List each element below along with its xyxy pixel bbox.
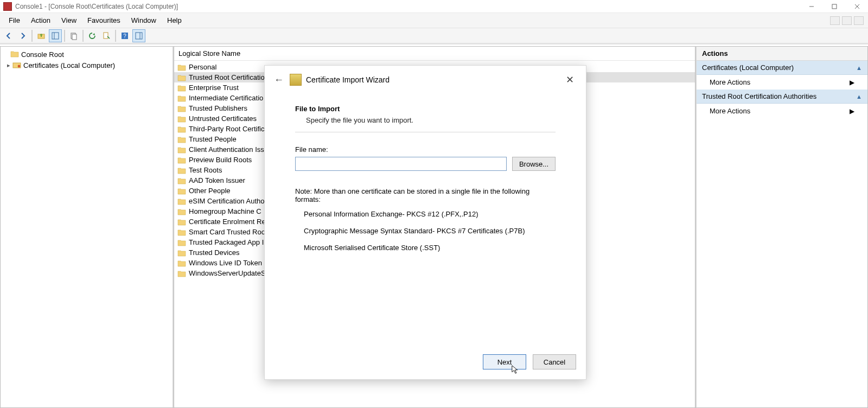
- folder-icon: [10, 50, 19, 59]
- submenu-arrow-icon: ▶: [850, 107, 854, 115]
- menu-action[interactable]: Action: [25, 14, 56, 27]
- wizard-back-button[interactable]: ←: [272, 74, 285, 86]
- list-item-label: WindowsServerUpdateS: [189, 269, 266, 277]
- tree-child-label: Certificates (Local Computer): [23, 61, 115, 69]
- more-actions-label: More Actions: [710, 107, 750, 115]
- help-button[interactable]: ?: [118, 29, 131, 42]
- actions-pane: Actions Certificates (Local Computer) ▲ …: [695, 46, 868, 408]
- maximize-button[interactable]: [827, 1, 842, 12]
- close-button[interactable]: [850, 1, 865, 12]
- more-actions-label: More Actions: [710, 78, 750, 86]
- separator: [82, 30, 84, 42]
- folder-icon: [177, 74, 186, 81]
- more-actions[interactable]: More Actions ▶: [697, 75, 867, 90]
- menu-file[interactable]: File: [3, 14, 25, 27]
- collapse-icon: ▲: [856, 93, 862, 100]
- console-tree-pane: Console Root ▸ Certificates (Local Compu…: [0, 46, 174, 408]
- window-titlebar: Console1 - [Console Root\Certificates (L…: [0, 0, 868, 13]
- actions-section-label: Certificates (Local Computer): [702, 63, 794, 72]
- folder-icon: [177, 115, 186, 123]
- list-item-label: Homegroup Machine C: [189, 207, 261, 215]
- svg-rect-9: [104, 33, 108, 39]
- folder-icon: [177, 136, 186, 143]
- list-item-label: Client Authentication Iss: [189, 145, 264, 154]
- submenu-arrow-icon: ▶: [850, 79, 854, 86]
- separator: [64, 30, 65, 42]
- list-item-label: Windows Live ID Token I: [189, 259, 266, 267]
- actions-section-certificates[interactable]: Certificates (Local Computer) ▲: [697, 61, 867, 75]
- collapse-icon: ▲: [856, 65, 862, 71]
- menu-favourites[interactable]: Favourites: [82, 14, 126, 27]
- list-item-label: Preview Build Roots: [189, 156, 252, 164]
- nav-back-button[interactable]: [2, 29, 15, 42]
- minimize-button[interactable]: [804, 1, 819, 12]
- list-item-label: Trusted People: [189, 135, 237, 143]
- folder-icon: [177, 218, 186, 226]
- dialog-close-button[interactable]: ✕: [561, 72, 578, 88]
- tree-root-node[interactable]: Console Root: [1, 49, 173, 60]
- separator: [115, 30, 116, 42]
- column-header[interactable]: Logical Store Name: [174, 47, 695, 61]
- actions-pane-title: Actions: [697, 47, 867, 61]
- folder-icon: [177, 146, 186, 154]
- list-item-label: Trusted Devices: [189, 248, 239, 257]
- format-sst: Microsoft Serialised Certificate Store (…: [304, 244, 556, 252]
- list-item-label: Enterprise Trust: [189, 84, 239, 92]
- wizard-subheading: Specify the file you want to import.: [306, 116, 556, 124]
- folder-icon: [177, 239, 186, 246]
- list-item-label: Trusted Root Certificatio: [189, 73, 265, 81]
- folder-icon: [177, 187, 186, 195]
- folder-icon: [177, 94, 186, 102]
- list-item-label: Untrusted Certificates: [189, 114, 257, 123]
- note-text: Note: More than one certificate can be s…: [295, 187, 556, 203]
- show-hide-actions-button[interactable]: [132, 29, 145, 42]
- menu-view[interactable]: View: [56, 14, 82, 27]
- folder-icon: [177, 259, 186, 267]
- nav-forward-button[interactable]: [16, 29, 29, 42]
- folder-icon: [177, 84, 186, 92]
- folder-icon: [177, 63, 186, 71]
- menu-window[interactable]: Window: [126, 14, 162, 27]
- mdi-minimize-button[interactable]: [830, 16, 840, 25]
- folder-icon: [177, 249, 186, 257]
- file-name-input[interactable]: [295, 157, 507, 171]
- more-actions[interactable]: More Actions ▶: [697, 104, 867, 118]
- svg-rect-5: [52, 33, 59, 39]
- list-item-label: Trusted Packaged App In: [189, 238, 268, 246]
- svg-text:?: ?: [123, 33, 126, 39]
- refresh-button[interactable]: [86, 29, 99, 42]
- folder-icon: [177, 105, 186, 112]
- list-item-label: Intermediate Certificatio: [189, 94, 263, 102]
- file-name-label: File name:: [295, 145, 556, 154]
- list-item-label: Test Roots: [189, 166, 222, 174]
- list-item-label: Certificate Enrolment Re: [189, 218, 266, 226]
- cancel-button[interactable]: Cancel: [533, 354, 576, 369]
- show-hide-tree-button[interactable]: [49, 29, 62, 42]
- mdi-restore-button[interactable]: [842, 16, 852, 25]
- copy-button[interactable]: [67, 29, 80, 42]
- certificate-icon: [290, 74, 302, 86]
- up-folder-button[interactable]: [35, 29, 48, 42]
- menu-bar: File Action View Favourites Window Help: [0, 13, 868, 28]
- next-button[interactable]: Next: [483, 354, 526, 369]
- wizard-heading: File to Import: [295, 105, 556, 113]
- list-item-label: Trusted Publishers: [189, 104, 247, 112]
- menu-help[interactable]: Help: [162, 14, 187, 27]
- folder-icon: [177, 167, 186, 174]
- divider: [295, 132, 556, 132]
- svg-point-15: [18, 65, 21, 68]
- mmc-icon: [3, 2, 12, 11]
- folder-icon: [177, 125, 186, 133]
- mdi-close-button[interactable]: [854, 16, 864, 25]
- export-list-button[interactable]: [100, 29, 113, 42]
- folder-icon: [177, 177, 186, 184]
- browse-button[interactable]: Browse...: [512, 157, 556, 171]
- expand-caret-icon[interactable]: ▸: [5, 62, 12, 69]
- wizard-title: Certificate Import Wizard: [306, 75, 390, 84]
- certificate-import-wizard-dialog: ← Certificate Import Wizard ✕ File to Im…: [264, 65, 586, 380]
- list-item-label: AAD Token Issuer: [189, 176, 245, 184]
- list-item-label: Personal: [189, 63, 216, 71]
- tree-child-node[interactable]: ▸ Certificates (Local Computer): [1, 60, 173, 71]
- separator: [31, 30, 33, 42]
- actions-section-trusted-root[interactable]: Trusted Root Certification Authorities ▲: [697, 90, 867, 104]
